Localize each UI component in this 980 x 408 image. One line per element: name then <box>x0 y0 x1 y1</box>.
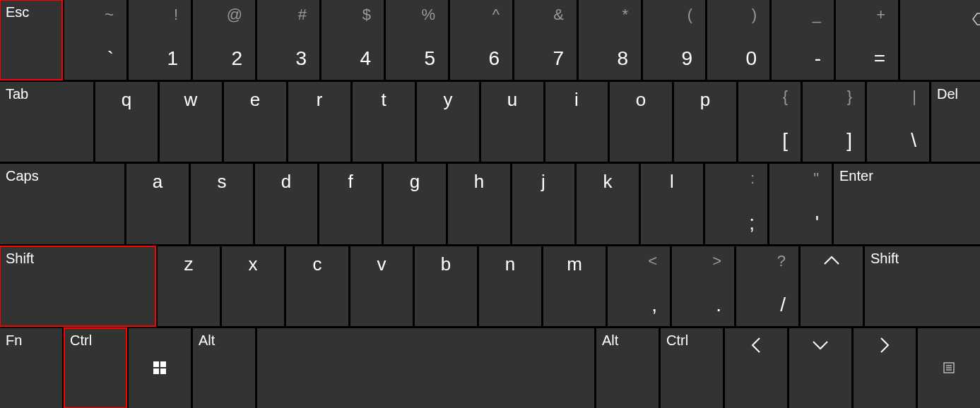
key-esc[interactable]: Esc <box>0 0 62 80</box>
key-fn[interactable]: Fn <box>0 328 62 408</box>
shift-label: } <box>847 88 852 106</box>
main-label: f <box>348 171 353 193</box>
key-j[interactable]: j <box>512 164 574 244</box>
shift-label: ) <box>752 6 757 24</box>
key-c[interactable]: c <box>286 246 348 326</box>
main-label: g <box>410 171 420 193</box>
key-i[interactable]: i <box>545 82 608 162</box>
shift-label: ~ <box>105 6 114 24</box>
key-o[interactable]: o <box>610 82 672 162</box>
key-v[interactable]: v <box>350 246 413 326</box>
key-n[interactable]: n <box>479 246 541 326</box>
main-label: , <box>651 294 657 316</box>
shift-label: @ <box>227 6 242 24</box>
key-semicolon[interactable]: : ; <box>705 164 767 244</box>
key-3[interactable]: # 3 <box>257 0 319 80</box>
key-5[interactable]: % 5 <box>386 0 448 80</box>
key-z[interactable]: z <box>158 246 220 326</box>
main-label: 7 <box>553 47 564 70</box>
main-label: t <box>381 89 386 111</box>
main-label: x <box>249 253 258 275</box>
key-m[interactable]: m <box>543 246 606 326</box>
key-backslash[interactable]: | \ <box>867 82 929 162</box>
key-2[interactable]: @ 2 <box>193 0 255 80</box>
key-arrow-down[interactable] <box>789 328 851 408</box>
key-q[interactable]: q <box>95 82 158 162</box>
key-label: Tab <box>6 86 28 102</box>
key-u[interactable]: u <box>481 82 543 162</box>
key-label: Esc <box>6 4 29 20</box>
row-4: Shift z x c v b n m < , > . ? / Shift <box>0 246 980 326</box>
key-f[interactable]: f <box>319 164 382 244</box>
key-d[interactable]: d <box>255 164 317 244</box>
key-s[interactable]: s <box>191 164 253 244</box>
main-label: j <box>541 171 545 193</box>
key-backspace[interactable] <box>900 0 980 80</box>
key-period[interactable]: > . <box>672 246 734 326</box>
key-6[interactable]: ^ 6 <box>450 0 512 80</box>
key-k[interactable]: k <box>577 164 639 244</box>
key-label: Alt <box>602 332 618 349</box>
key-enter[interactable]: Enter <box>834 164 980 244</box>
key-apostrophe[interactable]: " ' <box>769 164 832 244</box>
main-label: ` <box>107 47 114 70</box>
key-right-ctrl[interactable]: Ctrl <box>661 328 723 408</box>
main-label: / <box>780 294 786 316</box>
key-left-shift[interactable]: Shift <box>0 246 155 326</box>
shift-label: # <box>298 6 307 24</box>
key-e[interactable]: e <box>224 82 286 162</box>
key-right-shift[interactable]: Shift <box>865 246 980 326</box>
key-b[interactable]: b <box>415 246 477 326</box>
key-right-alt[interactable]: Alt <box>596 328 659 408</box>
main-label: u <box>507 89 517 111</box>
main-label: = <box>874 47 885 70</box>
key-w[interactable]: w <box>160 82 222 162</box>
key-tab[interactable]: Tab <box>0 82 93 162</box>
key-arrow-right[interactable] <box>854 328 916 408</box>
key-4[interactable]: $ 4 <box>321 0 384 80</box>
key-p[interactable]: p <box>674 82 736 162</box>
key-h[interactable]: h <box>448 164 510 244</box>
windows-icon <box>153 361 166 374</box>
key-7[interactable]: & 7 <box>514 0 577 80</box>
row-5: Fn Ctrl Alt Alt Ctrl <box>0 328 980 408</box>
shift-label: | <box>912 88 916 106</box>
key-a[interactable]: a <box>126 164 189 244</box>
key-y[interactable]: y <box>417 82 479 162</box>
key-comma[interactable]: < , <box>608 246 670 326</box>
on-screen-keyboard: Esc ~ ` ! 1 @ 2 # 3 $ 4 % 5 ^ 6 <box>0 0 980 408</box>
key-equals[interactable]: + = <box>836 0 898 80</box>
shift-label: : <box>750 169 755 188</box>
key-9[interactable]: ( 9 <box>643 0 705 80</box>
key-label: Fn <box>6 332 22 349</box>
key-del[interactable]: Del <box>931 82 980 162</box>
key-right-bracket[interactable]: } ] <box>803 82 865 162</box>
key-t[interactable]: t <box>353 82 415 162</box>
key-left-ctrl[interactable]: Ctrl <box>64 328 126 408</box>
key-caps[interactable]: Caps <box>0 164 124 244</box>
main-label: e <box>250 89 260 111</box>
key-slash[interactable]: ? / <box>736 246 798 326</box>
key-0[interactable]: ) 0 <box>707 0 769 80</box>
key-left-alt[interactable]: Alt <box>193 328 255 408</box>
key-arrow-left[interactable] <box>725 328 787 408</box>
main-label: p <box>700 89 710 111</box>
key-minus[interactable]: _ - <box>772 0 834 80</box>
key-r[interactable]: r <box>288 82 350 162</box>
key-arrow-up[interactable] <box>801 246 863 326</box>
key-space[interactable] <box>257 328 594 408</box>
key-8[interactable]: * 8 <box>579 0 641 80</box>
key-x[interactable]: x <box>222 246 284 326</box>
main-label: l <box>670 171 674 193</box>
key-menu[interactable] <box>918 328 980 408</box>
main-label: d <box>281 171 291 193</box>
key-windows[interactable] <box>129 328 191 408</box>
shift-label: + <box>876 6 885 24</box>
key-backtick[interactable]: ~ ` <box>64 0 126 80</box>
key-l[interactable]: l <box>641 164 703 244</box>
shift-label: { <box>783 88 788 106</box>
key-g[interactable]: g <box>384 164 446 244</box>
key-1[interactable]: ! 1 <box>129 0 191 80</box>
key-left-bracket[interactable]: { [ <box>738 82 801 162</box>
main-label: b <box>441 253 451 275</box>
